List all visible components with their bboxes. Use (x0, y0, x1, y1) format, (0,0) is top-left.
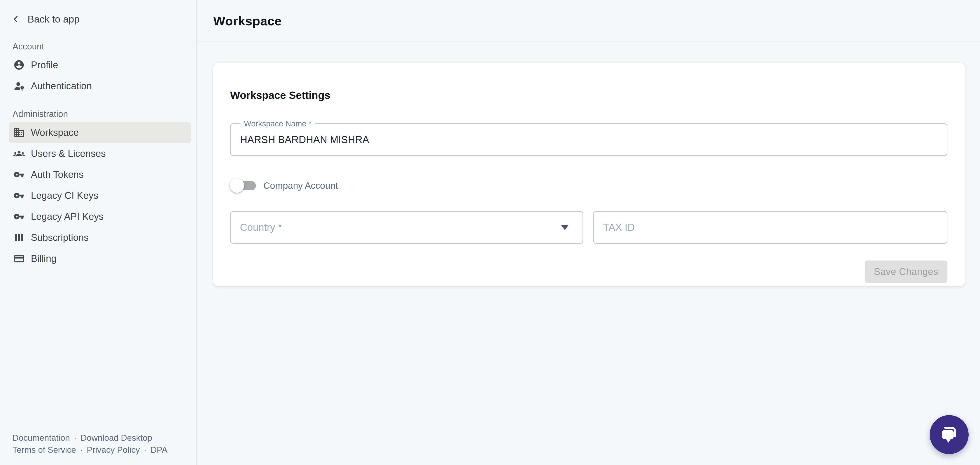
company-account-row: Company Account (230, 178, 947, 193)
chevron-down-icon (561, 225, 568, 230)
link-documentation[interactable]: Documentation (13, 432, 70, 444)
sidebar-item-label: Billing (31, 253, 56, 264)
link-terms-of-service[interactable]: Terms of Service (13, 444, 76, 456)
card-heading: Workspace Settings (230, 89, 947, 102)
sidebar-item-auth-tokens[interactable]: Auth Tokens (9, 164, 191, 185)
key-icon (13, 190, 25, 201)
link-dpa[interactable]: DPA (151, 444, 167, 456)
bars-icon (13, 232, 25, 243)
sidebar-item-label: Profile (31, 59, 58, 70)
sidebar-item-label: Auth Tokens (31, 169, 84, 180)
footer-separator: · (144, 444, 146, 456)
sidebar-footer: Documentation · Download Desktop Terms o… (13, 432, 167, 456)
sidebar-item-label: Users & Licenses (31, 148, 106, 159)
chat-bubbles-icon (938, 424, 960, 446)
chat-launcher-button[interactable] (930, 415, 969, 454)
country-select[interactable]: Country * (230, 211, 583, 244)
sidebar-item-workspace[interactable]: Workspace (9, 122, 191, 143)
link-download-desktop[interactable]: Download Desktop (81, 432, 152, 444)
sidebar-item-billing[interactable]: Billing (9, 248, 191, 269)
groups-icon (13, 148, 25, 159)
country-tax-row: Country * (230, 211, 947, 244)
country-placeholder: Country * (231, 221, 282, 233)
company-account-label: Company Account (263, 180, 338, 191)
tax-id-field (593, 211, 947, 244)
sidebar-item-label: Workspace (31, 127, 79, 138)
account-nav: Profile Authentication (0, 54, 196, 96)
sidebar-item-authentication[interactable]: Authentication (9, 75, 191, 96)
section-label-account: Account (13, 41, 196, 51)
key-icon (13, 211, 25, 222)
page-header: Workspace (197, 0, 980, 42)
tax-id-input[interactable] (594, 212, 947, 243)
sidebar-item-legacy-ci-keys[interactable]: Legacy CI Keys (9, 185, 191, 206)
main-content: Workspace Workspace Settings Workspace N… (197, 0, 980, 465)
toggle-thumb (230, 178, 244, 193)
workspace-settings-card: Workspace Settings Workspace Name * Comp… (213, 62, 965, 286)
workspace-name-label: Workspace Name * (240, 119, 315, 129)
workspace-name-input[interactable] (231, 124, 947, 155)
company-account-toggle[interactable] (230, 178, 256, 193)
key-icon (13, 169, 25, 180)
sidebar-item-subscriptions[interactable]: Subscriptions (9, 227, 191, 248)
section-label-administration: Administration (13, 109, 196, 119)
sidebar: Back to app Account Profile Authenticati… (0, 0, 197, 465)
back-to-app-label: Back to app (27, 14, 80, 25)
building-icon (13, 127, 25, 138)
passkey-icon (13, 80, 25, 92)
sidebar-item-label: Legacy API Keys (31, 211, 104, 222)
footer-separator: · (80, 444, 83, 456)
sidebar-item-profile[interactable]: Profile (9, 54, 191, 75)
save-row: Save Changes (230, 261, 947, 283)
workspace-name-field: Workspace Name * (230, 123, 947, 156)
sidebar-item-label: Legacy CI Keys (31, 190, 98, 201)
chevron-left-icon (11, 14, 21, 24)
sidebar-item-legacy-api-keys[interactable]: Legacy API Keys (9, 206, 191, 227)
sidebar-item-label: Authentication (31, 81, 92, 91)
footer-separator: · (74, 432, 76, 444)
sidebar-item-users-licenses[interactable]: Users & Licenses (9, 143, 191, 164)
back-to-app-button[interactable]: Back to app (11, 11, 196, 27)
sidebar-item-label: Subscriptions (31, 232, 89, 243)
credit-card-icon (13, 253, 25, 264)
save-changes-button[interactable]: Save Changes (865, 261, 947, 283)
administration-nav: Workspace Users & Licenses Auth Tokens L… (0, 122, 196, 269)
account-circle-icon (13, 59, 25, 71)
link-privacy-policy[interactable]: Privacy Policy (87, 444, 140, 456)
page-title: Workspace (213, 14, 282, 28)
